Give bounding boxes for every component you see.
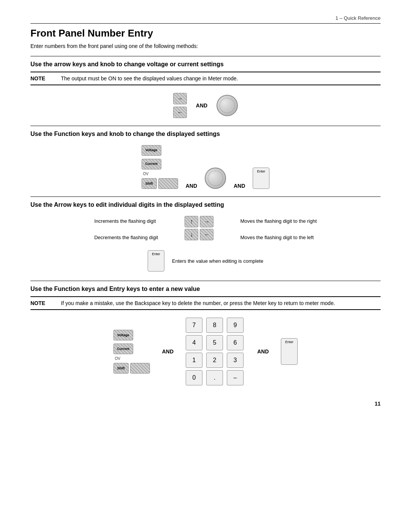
- arrow-right-key-1[interactable]: [173, 93, 187, 104]
- arrow-left-labels: Increments the flashing digit Decrements…: [91, 216, 162, 243]
- numkey-8[interactable]: 8: [206, 318, 223, 333]
- and-label-2: AND: [186, 183, 197, 189]
- divider-3: [30, 197, 381, 197]
- divider-2: [30, 126, 381, 126]
- page-number: 11: [30, 401, 381, 407]
- arrow-left-icon-2: [204, 232, 209, 238]
- move-left-label: Moves the flashing digit to the left: [236, 232, 320, 243]
- enter-action-text: Enters the value when editing is complet…: [172, 258, 263, 264]
- arrow-right-icon-2: [204, 219, 209, 225]
- note-box-1: NOTE The output must be ON to see the di…: [30, 72, 381, 85]
- voltage-key[interactable]: Voltage: [142, 145, 161, 156]
- note-label-1: NOTE: [30, 75, 53, 81]
- numkey-4[interactable]: 4: [186, 335, 202, 350]
- divider-4: [30, 281, 381, 281]
- voltage-key-2[interactable]: Voltage: [113, 330, 133, 340]
- note-label-2: NOTE: [30, 300, 53, 306]
- rotary-knob-1[interactable]: [217, 95, 238, 116]
- move-right-label: Moves the flashing digit to the right: [236, 216, 320, 226]
- note-text-1: The output must be ON to see the display…: [61, 75, 238, 81]
- enter-key-3[interactable]: Enter: [281, 338, 298, 365]
- numkey-2[interactable]: 2: [206, 353, 223, 368]
- numkey-0[interactable]: 0: [186, 370, 202, 385]
- numkey-6[interactable]: 6: [227, 335, 244, 350]
- and-label-5: AND: [257, 348, 269, 355]
- section-heading-1: Use the arrow keys and knob to change vo…: [30, 61, 381, 68]
- ov-label-2: OV: [115, 356, 120, 361]
- blank-func-key[interactable]: [158, 178, 178, 189]
- page-title: Front Panel Number Entry: [30, 27, 381, 39]
- enter-label-1: Enter: [257, 169, 266, 173]
- enter-key-1[interactable]: Enter: [253, 168, 269, 189]
- numkey-minus[interactable]: –: [227, 370, 244, 385]
- current-key-2[interactable]: Current: [113, 343, 133, 354]
- section-heading-3: Use the Arrow keys to edit individual di…: [30, 201, 381, 208]
- arrow-keys-center: [185, 216, 213, 240]
- numpad-section: Voltage Current OV Shift AND 7 8 9 4 5 6…: [30, 318, 381, 385]
- chapter-label: 1 – Quick Reference: [335, 15, 381, 21]
- shift-key[interactable]: Shift: [142, 178, 157, 189]
- numkey-3[interactable]: 3: [227, 353, 244, 368]
- arrow-left-key-1[interactable]: [173, 107, 187, 118]
- arrow-knob-diagram: AND: [30, 93, 381, 118]
- arrow-left-icon: [177, 109, 183, 115]
- function-knob-diagram: Voltage Current OV Shift AND AND Enter: [30, 145, 381, 189]
- decrement-label: Decrements the flashing digit: [91, 232, 162, 243]
- increment-label: Increments the flashing digit: [91, 216, 162, 226]
- note-text-2: If you make a mistake, use the Backspace…: [61, 300, 335, 306]
- shift-col: Shift: [142, 178, 157, 189]
- func-keys-left: Voltage Current OV Shift: [142, 145, 178, 189]
- and-label-3: AND: [234, 183, 245, 189]
- arrow-left-key-2[interactable]: [200, 229, 213, 240]
- rotary-knob-2[interactable]: [205, 168, 226, 189]
- numkey-9[interactable]: 9: [227, 318, 244, 333]
- section-heading-2: Use the Function keys and knob to change…: [30, 131, 381, 137]
- numkey-dot[interactable]: .: [206, 370, 223, 385]
- enter-label-3: Enter: [285, 340, 294, 344]
- arrow-edit-diagram: Increments the flashing digit Decrements…: [30, 216, 381, 243]
- intro-text: Enter numbers from the front panel using…: [30, 43, 381, 49]
- arrow-up-icon: [190, 218, 193, 225]
- arrow-keys-bottom-row: [185, 229, 213, 240]
- numkey-5[interactable]: 5: [206, 335, 223, 350]
- enter-key-2[interactable]: Enter: [148, 250, 164, 272]
- enter-label-2: Enter: [152, 252, 160, 256]
- arrow-keys-top-row: [185, 216, 213, 227]
- ov-label: OV: [143, 172, 148, 176]
- note-box-2: NOTE If you make a mistake, use the Back…: [30, 296, 381, 310]
- blank-func-key-2[interactable]: [130, 363, 150, 374]
- arrow-down-icon: [190, 231, 193, 238]
- knob-inner-2: [208, 171, 223, 186]
- numkey-7[interactable]: 7: [186, 318, 202, 333]
- section-heading-4: Use the Function keys and Entry keys to …: [30, 286, 381, 292]
- page-header: 1 – Quick Reference: [30, 15, 381, 24]
- func-group-numpad: Voltage Current OV Shift: [113, 330, 150, 374]
- and-label-1: AND: [196, 102, 207, 109]
- arrow-right-labels: Moves the flashing digit to the right Mo…: [236, 216, 320, 243]
- numkey-1[interactable]: 1: [186, 353, 202, 368]
- knob-inner: [220, 98, 235, 113]
- arrow-right-key-2[interactable]: [200, 216, 213, 227]
- arrow-down-key[interactable]: [185, 229, 198, 240]
- arrow-up-key[interactable]: [185, 216, 198, 227]
- and-label-4: AND: [162, 348, 174, 355]
- divider-1: [30, 56, 381, 56]
- numpad-grid: 7 8 9 4 5 6 1 2 3 0 . –: [186, 318, 245, 385]
- shift-key-2[interactable]: Shift: [113, 363, 129, 374]
- current-key[interactable]: Current: [142, 159, 161, 169]
- enter-row: Enter Enters the value when editing is c…: [30, 250, 381, 272]
- arrow-right-icon: [177, 96, 183, 102]
- arrow-keys-stack: [173, 93, 187, 118]
